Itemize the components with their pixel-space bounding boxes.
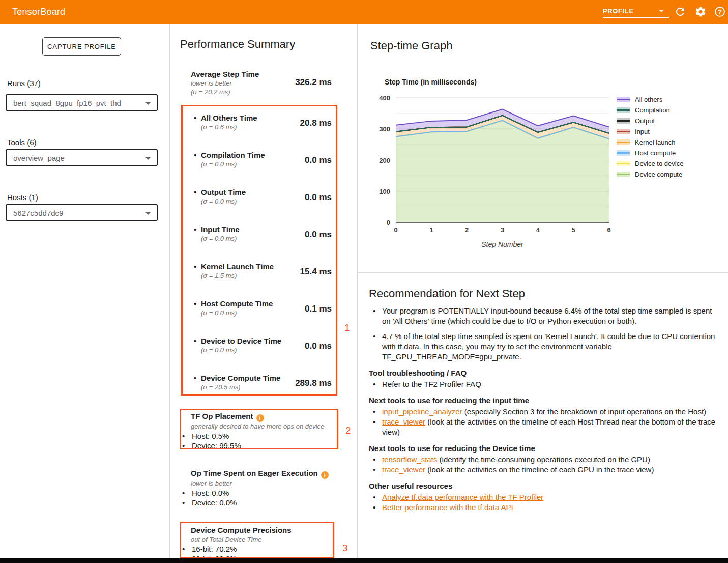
y-tick-label: 300: [379, 125, 390, 133]
hosts-select[interactable]: 5627c5dd7dc9: [6, 204, 158, 221]
chevron-down-icon: [145, 102, 151, 105]
legend-label: Device to device: [635, 160, 683, 167]
rec-item: tensorflow_stats (identify the time-cons…: [369, 455, 721, 465]
recommendation-title: Recommendation for Next Step: [369, 287, 721, 301]
refresh-icon[interactable]: [674, 6, 686, 18]
section-title: Op Time Spent on Eager Execution: [191, 468, 357, 479]
series-fill-device-compute: [396, 121, 609, 222]
step-time-chart-wrap: 01002003004000123456Step Time (in millis…: [376, 76, 616, 255]
info-icon[interactable]: [321, 471, 329, 479]
legend-item-compilation: Compilation: [617, 107, 683, 113]
y-tick-label: 100: [379, 188, 390, 195]
next-section-edge: [0, 558, 728, 563]
annotation-box-3: [180, 522, 334, 558]
tools-select[interactable]: overview_page: [6, 149, 158, 166]
rec-item-text: (identify the time-consuming operations …: [437, 455, 650, 464]
tool-link[interactable]: trace_viewer: [382, 465, 425, 474]
rec-item-text: (look at the activities on the timeline …: [425, 465, 654, 474]
legend-swatch: [617, 172, 630, 177]
tool-link[interactable]: trace_viewer: [382, 417, 425, 426]
annotation-label-3: 3: [342, 543, 348, 554]
x-tick-label: 6: [607, 226, 610, 234]
step-time-chart[interactable]: 01002003004000123456Step Time (in millis…: [376, 76, 616, 255]
resource-link[interactable]: Analyze tf.data performance with the TF …: [382, 493, 543, 501]
legend-line: [617, 142, 630, 143]
legend-swatch: [617, 161, 630, 166]
svg-text:?: ?: [718, 8, 722, 16]
performance-summary-panel: Performance Summary Average Step Time lo…: [170, 24, 358, 563]
x-tick-label: 2: [465, 226, 469, 234]
rec-item: trace_viewer (look at the activities on …: [369, 465, 721, 475]
legend-swatch: [617, 139, 630, 145]
sidebar: CAPTURE PROFILE Runs (37) bert_squad_8gp…: [0, 24, 170, 563]
legend-item-all-others: All others: [617, 96, 683, 102]
rec-item: input_pipeline_analyzer (especially Sect…: [369, 407, 721, 417]
performance-summary-title: Performance Summary: [180, 38, 295, 51]
rec-list: Refer to the TF2 Profiler FAQ: [369, 379, 721, 389]
metric-sigma: (σ = 20.2 ms): [191, 88, 357, 96]
rec-section-heading: Next tools to use for reducing the Devic…: [369, 443, 721, 454]
help-icon[interactable]: ?: [714, 6, 726, 18]
legend-swatch: [617, 129, 630, 134]
dashboard-selector[interactable]: PROFILE: [603, 6, 669, 18]
tool-link[interactable]: tensorflow_stats: [382, 455, 437, 464]
recommendation-bullet: Your program is POTENTIALLY input-bound …: [369, 306, 721, 326]
annotation-box-1: [181, 105, 337, 396]
legend-label: Host compute: [635, 149, 676, 157]
rec-item-text: Refer to the TF2 Profiler FAQ: [382, 380, 481, 388]
rec-item-text: (look at the activities on the timeline …: [382, 417, 715, 436]
selector-underline: [603, 17, 669, 18]
legend-item-device-to-device: Device to device: [617, 160, 683, 166]
legend-label: Kernel launch: [635, 138, 676, 146]
legend-item-input: Input: [617, 128, 683, 134]
capture-profile-button[interactable]: CAPTURE PROFILE: [42, 37, 121, 56]
annotation-box-2: [180, 409, 338, 449]
legend-line: [617, 163, 630, 164]
x-tick-label: 0: [394, 226, 397, 234]
recommendation-bullet: 4.7 % of the total step time sampled is …: [369, 331, 721, 362]
hosts-select-value: 5627c5dd7dc9: [13, 209, 63, 217]
y-tick-label: 400: [379, 94, 390, 102]
hosts-label: Hosts (1): [7, 193, 38, 202]
annotation-label-1: 1: [344, 322, 350, 333]
rec-item-text: (especially Section 3 for the breakdown …: [462, 407, 706, 416]
section-item: Device: 0.0%: [192, 498, 357, 508]
legend-swatch: [617, 118, 630, 124]
runs-select[interactable]: bert_squad_8gpu_fp16_pvt_thd: [6, 94, 158, 111]
rec-list: tensorflow_stats (identify the time-cons…: [369, 455, 721, 475]
eager-execution-section: Op Time Spent on Eager Execution lower i…: [170, 468, 357, 508]
rec-section-heading: Tool troubleshooting / FAQ: [369, 368, 721, 378]
chart-legend: All othersCompilationOutputInputKernel l…: [617, 96, 683, 182]
section-subtitle: lower is better: [191, 479, 357, 488]
rec-list: input_pipeline_analyzer (especially Sect…: [369, 407, 721, 437]
metric-note: lower is better: [191, 79, 357, 88]
average-step-time-row: Average Step Time lower is better (σ = 2…: [191, 69, 357, 96]
legend-item-device-compute: Device compute: [617, 171, 683, 177]
rec-section-heading: Next tools to use for reducing the input…: [369, 396, 721, 406]
chevron-down-icon: [145, 157, 151, 160]
metric-name: Average Step Time: [191, 69, 357, 79]
rec-item: Analyze tf.data performance with the TF …: [369, 492, 721, 502]
gear-icon[interactable]: [694, 6, 707, 18]
legend-swatch: [617, 97, 630, 102]
tool-link[interactable]: input_pipeline_analyzer: [382, 407, 462, 416]
legend-label: Device compute: [635, 171, 682, 178]
resource-link[interactable]: Better performance with the tf.data API: [382, 503, 513, 512]
app-header: TensorBoard PROFILE ?: [0, 0, 728, 24]
legend-swatch: [617, 107, 630, 113]
legend-label: Compilation: [635, 106, 670, 114]
runs-select-value: bert_squad_8gpu_fp16_pvt_thd: [13, 99, 121, 107]
rec-item: Better performance with the tf.data API: [369, 502, 721, 513]
legend-line: [617, 174, 630, 175]
legend-item-host-compute: Host compute: [617, 150, 683, 156]
x-tick-label: 3: [501, 226, 504, 234]
legend-line: [617, 152, 630, 154]
chart-title: Step Time (in milliseconds): [385, 78, 477, 86]
section-item: Host: 0.0%: [192, 488, 357, 498]
rec-list: Analyze tf.data performance with the TF …: [369, 492, 721, 513]
section-divider: [358, 272, 728, 273]
legend-swatch: [617, 150, 630, 156]
app-title: TensorBoard: [12, 7, 65, 17]
dashboard-selected-label: PROFILE: [603, 7, 634, 15]
rec-item: trace_viewer (look at the activities on …: [369, 417, 721, 437]
